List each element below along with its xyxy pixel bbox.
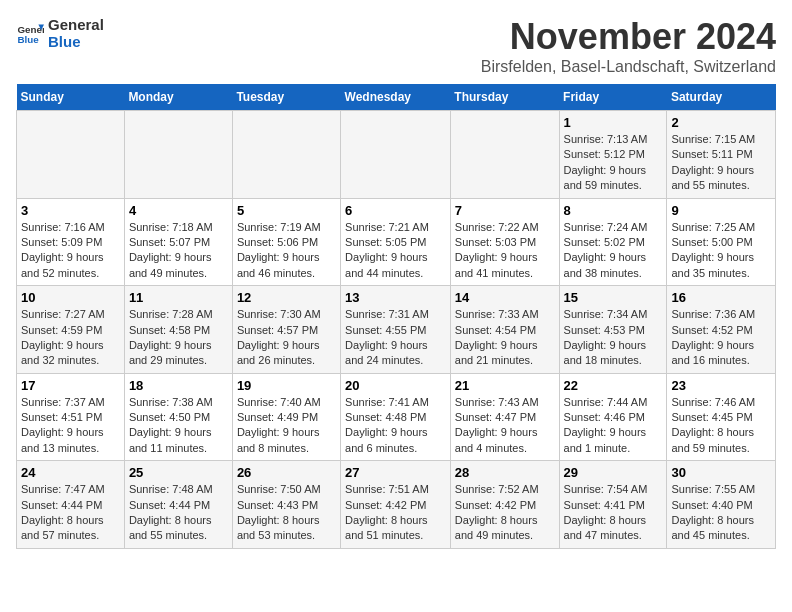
day-cell: 5Sunrise: 7:19 AM Sunset: 5:06 PM Daylig… xyxy=(232,198,340,286)
day-cell: 7Sunrise: 7:22 AM Sunset: 5:03 PM Daylig… xyxy=(450,198,559,286)
day-number: 13 xyxy=(345,290,446,305)
day-info: Sunrise: 7:41 AM Sunset: 4:48 PM Dayligh… xyxy=(345,395,446,457)
day-cell: 10Sunrise: 7:27 AM Sunset: 4:59 PM Dayli… xyxy=(17,286,125,374)
column-header-monday: Monday xyxy=(124,84,232,111)
day-cell: 24Sunrise: 7:47 AM Sunset: 4:44 PM Dayli… xyxy=(17,461,125,549)
location-title: Birsfelden, Basel-Landschaft, Switzerlan… xyxy=(481,58,776,76)
day-number: 25 xyxy=(129,465,228,480)
day-number: 2 xyxy=(671,115,771,130)
day-number: 3 xyxy=(21,203,120,218)
day-cell: 15Sunrise: 7:34 AM Sunset: 4:53 PM Dayli… xyxy=(559,286,667,374)
day-cell: 9Sunrise: 7:25 AM Sunset: 5:00 PM Daylig… xyxy=(667,198,776,286)
day-number: 8 xyxy=(564,203,663,218)
day-cell: 22Sunrise: 7:44 AM Sunset: 4:46 PM Dayli… xyxy=(559,373,667,461)
day-info: Sunrise: 7:33 AM Sunset: 4:54 PM Dayligh… xyxy=(455,307,555,369)
day-info: Sunrise: 7:13 AM Sunset: 5:12 PM Dayligh… xyxy=(564,132,663,194)
day-cell: 17Sunrise: 7:37 AM Sunset: 4:51 PM Dayli… xyxy=(17,373,125,461)
logo: General Blue General Blue xyxy=(16,16,104,50)
day-info: Sunrise: 7:38 AM Sunset: 4:50 PM Dayligh… xyxy=(129,395,228,457)
day-number: 20 xyxy=(345,378,446,393)
day-number: 27 xyxy=(345,465,446,480)
day-cell: 4Sunrise: 7:18 AM Sunset: 5:07 PM Daylig… xyxy=(124,198,232,286)
day-info: Sunrise: 7:47 AM Sunset: 4:44 PM Dayligh… xyxy=(21,482,120,544)
day-info: Sunrise: 7:25 AM Sunset: 5:00 PM Dayligh… xyxy=(671,220,771,282)
day-number: 5 xyxy=(237,203,336,218)
day-number: 6 xyxy=(345,203,446,218)
day-cell: 25Sunrise: 7:48 AM Sunset: 4:44 PM Dayli… xyxy=(124,461,232,549)
week-row-5: 24Sunrise: 7:47 AM Sunset: 4:44 PM Dayli… xyxy=(17,461,776,549)
day-info: Sunrise: 7:44 AM Sunset: 4:46 PM Dayligh… xyxy=(564,395,663,457)
day-info: Sunrise: 7:28 AM Sunset: 4:58 PM Dayligh… xyxy=(129,307,228,369)
svg-text:Blue: Blue xyxy=(17,34,39,45)
day-number: 4 xyxy=(129,203,228,218)
day-cell: 23Sunrise: 7:46 AM Sunset: 4:45 PM Dayli… xyxy=(667,373,776,461)
day-info: Sunrise: 7:21 AM Sunset: 5:05 PM Dayligh… xyxy=(345,220,446,282)
header-row: SundayMondayTuesdayWednesdayThursdayFrid… xyxy=(17,84,776,111)
month-title: November 2024 xyxy=(481,16,776,58)
day-info: Sunrise: 7:54 AM Sunset: 4:41 PM Dayligh… xyxy=(564,482,663,544)
day-cell: 20Sunrise: 7:41 AM Sunset: 4:48 PM Dayli… xyxy=(341,373,451,461)
day-cell xyxy=(341,111,451,199)
day-cell: 29Sunrise: 7:54 AM Sunset: 4:41 PM Dayli… xyxy=(559,461,667,549)
day-cell: 6Sunrise: 7:21 AM Sunset: 5:05 PM Daylig… xyxy=(341,198,451,286)
day-info: Sunrise: 7:22 AM Sunset: 5:03 PM Dayligh… xyxy=(455,220,555,282)
day-number: 11 xyxy=(129,290,228,305)
day-number: 16 xyxy=(671,290,771,305)
day-info: Sunrise: 7:43 AM Sunset: 4:47 PM Dayligh… xyxy=(455,395,555,457)
day-info: Sunrise: 7:37 AM Sunset: 4:51 PM Dayligh… xyxy=(21,395,120,457)
day-info: Sunrise: 7:36 AM Sunset: 4:52 PM Dayligh… xyxy=(671,307,771,369)
header: General Blue General Blue November 2024 … xyxy=(16,16,776,76)
day-number: 30 xyxy=(671,465,771,480)
day-cell: 13Sunrise: 7:31 AM Sunset: 4:55 PM Dayli… xyxy=(341,286,451,374)
day-info: Sunrise: 7:27 AM Sunset: 4:59 PM Dayligh… xyxy=(21,307,120,369)
day-cell: 12Sunrise: 7:30 AM Sunset: 4:57 PM Dayli… xyxy=(232,286,340,374)
day-info: Sunrise: 7:50 AM Sunset: 4:43 PM Dayligh… xyxy=(237,482,336,544)
day-info: Sunrise: 7:52 AM Sunset: 4:42 PM Dayligh… xyxy=(455,482,555,544)
column-header-sunday: Sunday xyxy=(17,84,125,111)
day-cell: 30Sunrise: 7:55 AM Sunset: 4:40 PM Dayli… xyxy=(667,461,776,549)
day-number: 9 xyxy=(671,203,771,218)
day-cell xyxy=(124,111,232,199)
day-info: Sunrise: 7:40 AM Sunset: 4:49 PM Dayligh… xyxy=(237,395,336,457)
week-row-1: 1Sunrise: 7:13 AM Sunset: 5:12 PM Daylig… xyxy=(17,111,776,199)
day-number: 26 xyxy=(237,465,336,480)
day-cell: 8Sunrise: 7:24 AM Sunset: 5:02 PM Daylig… xyxy=(559,198,667,286)
column-header-thursday: Thursday xyxy=(450,84,559,111)
day-info: Sunrise: 7:30 AM Sunset: 4:57 PM Dayligh… xyxy=(237,307,336,369)
logo-line1: General xyxy=(48,16,104,33)
title-area: November 2024 Birsfelden, Basel-Landscha… xyxy=(481,16,776,76)
day-cell xyxy=(17,111,125,199)
day-info: Sunrise: 7:55 AM Sunset: 4:40 PM Dayligh… xyxy=(671,482,771,544)
day-cell: 2Sunrise: 7:15 AM Sunset: 5:11 PM Daylig… xyxy=(667,111,776,199)
day-number: 17 xyxy=(21,378,120,393)
logo-line2: Blue xyxy=(48,33,104,50)
day-cell: 28Sunrise: 7:52 AM Sunset: 4:42 PM Dayli… xyxy=(450,461,559,549)
day-number: 21 xyxy=(455,378,555,393)
day-info: Sunrise: 7:51 AM Sunset: 4:42 PM Dayligh… xyxy=(345,482,446,544)
day-number: 19 xyxy=(237,378,336,393)
day-info: Sunrise: 7:48 AM Sunset: 4:44 PM Dayligh… xyxy=(129,482,228,544)
day-number: 14 xyxy=(455,290,555,305)
logo-icon: General Blue xyxy=(16,19,44,47)
day-info: Sunrise: 7:18 AM Sunset: 5:07 PM Dayligh… xyxy=(129,220,228,282)
day-number: 22 xyxy=(564,378,663,393)
day-number: 1 xyxy=(564,115,663,130)
day-cell: 14Sunrise: 7:33 AM Sunset: 4:54 PM Dayli… xyxy=(450,286,559,374)
day-cell: 21Sunrise: 7:43 AM Sunset: 4:47 PM Dayli… xyxy=(450,373,559,461)
day-info: Sunrise: 7:31 AM Sunset: 4:55 PM Dayligh… xyxy=(345,307,446,369)
week-row-2: 3Sunrise: 7:16 AM Sunset: 5:09 PM Daylig… xyxy=(17,198,776,286)
day-info: Sunrise: 7:46 AM Sunset: 4:45 PM Dayligh… xyxy=(671,395,771,457)
day-cell: 18Sunrise: 7:38 AM Sunset: 4:50 PM Dayli… xyxy=(124,373,232,461)
day-number: 23 xyxy=(671,378,771,393)
day-number: 24 xyxy=(21,465,120,480)
day-cell: 19Sunrise: 7:40 AM Sunset: 4:49 PM Dayli… xyxy=(232,373,340,461)
column-header-tuesday: Tuesday xyxy=(232,84,340,111)
week-row-4: 17Sunrise: 7:37 AM Sunset: 4:51 PM Dayli… xyxy=(17,373,776,461)
day-info: Sunrise: 7:19 AM Sunset: 5:06 PM Dayligh… xyxy=(237,220,336,282)
calendar-table: SundayMondayTuesdayWednesdayThursdayFrid… xyxy=(16,84,776,549)
day-number: 28 xyxy=(455,465,555,480)
day-info: Sunrise: 7:15 AM Sunset: 5:11 PM Dayligh… xyxy=(671,132,771,194)
day-cell: 3Sunrise: 7:16 AM Sunset: 5:09 PM Daylig… xyxy=(17,198,125,286)
day-number: 12 xyxy=(237,290,336,305)
day-cell: 26Sunrise: 7:50 AM Sunset: 4:43 PM Dayli… xyxy=(232,461,340,549)
